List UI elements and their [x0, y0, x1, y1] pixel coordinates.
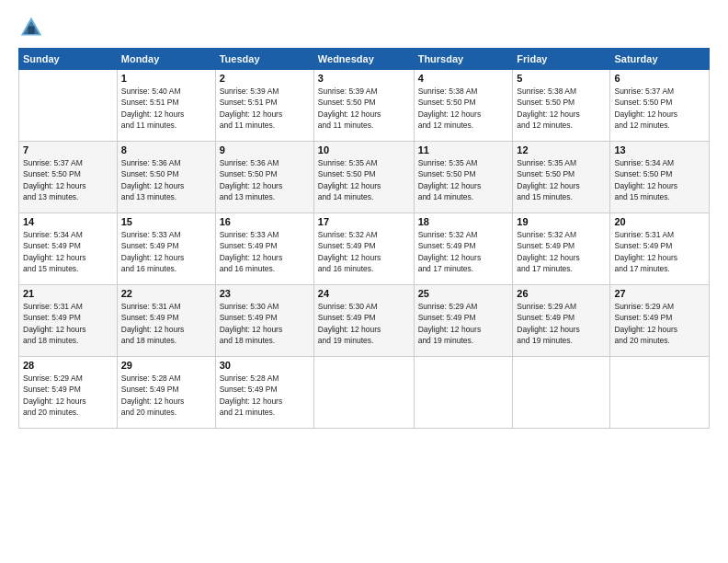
calendar-cell: 23Sunrise: 5:30 AMSunset: 5:49 PMDayligh… — [215, 285, 313, 357]
calendar-week-3: 14Sunrise: 5:34 AMSunset: 5:49 PMDayligh… — [19, 213, 710, 285]
svg-rect-3 — [28, 27, 35, 34]
day-number: 23 — [220, 288, 310, 299]
day-number: 18 — [418, 216, 509, 227]
day-info: Sunrise: 5:36 AMSunset: 5:50 PMDaylight:… — [220, 157, 310, 202]
day-info: Sunrise: 5:39 AMSunset: 5:51 PMDaylight:… — [220, 86, 310, 131]
day-number: 25 — [418, 288, 509, 299]
calendar-week-2: 7Sunrise: 5:37 AMSunset: 5:50 PMDaylight… — [19, 142, 710, 213]
day-number: 11 — [418, 144, 509, 155]
day-number: 2 — [220, 73, 310, 84]
day-info: Sunrise: 5:35 AMSunset: 5:50 PMDaylight:… — [517, 157, 606, 202]
weekday-header-saturday: Saturday — [610, 49, 710, 70]
calendar-cell: 17Sunrise: 5:32 AMSunset: 5:49 PMDayligh… — [313, 213, 414, 285]
calendar-cell: 18Sunrise: 5:32 AMSunset: 5:49 PMDayligh… — [414, 213, 513, 285]
day-info: Sunrise: 5:35 AMSunset: 5:50 PMDaylight:… — [418, 157, 509, 202]
day-info: Sunrise: 5:31 AMSunset: 5:49 PMDaylight:… — [23, 301, 113, 346]
day-info: Sunrise: 5:38 AMSunset: 5:50 PMDaylight:… — [418, 86, 509, 131]
day-number: 30 — [220, 360, 310, 371]
calendar-cell: 14Sunrise: 5:34 AMSunset: 5:49 PMDayligh… — [19, 213, 118, 285]
day-info: Sunrise: 5:29 AMSunset: 5:49 PMDaylight:… — [23, 373, 113, 418]
day-number: 6 — [614, 73, 705, 84]
calendar-cell: 12Sunrise: 5:35 AMSunset: 5:50 PMDayligh… — [513, 142, 610, 213]
calendar-cell: 6Sunrise: 5:37 AMSunset: 5:50 PMDaylight… — [610, 70, 710, 142]
day-info: Sunrise: 5:37 AMSunset: 5:50 PMDaylight:… — [23, 157, 113, 202]
calendar-week-5: 28Sunrise: 5:29 AMSunset: 5:49 PMDayligh… — [19, 357, 710, 429]
weekday-header-row: SundayMondayTuesdayWednesdayThursdayFrid… — [19, 49, 710, 70]
calendar-cell: 27Sunrise: 5:29 AMSunset: 5:49 PMDayligh… — [610, 285, 710, 357]
day-number: 12 — [517, 144, 606, 155]
day-info: Sunrise: 5:29 AMSunset: 5:49 PMDaylight:… — [418, 301, 509, 346]
day-number: 29 — [121, 360, 211, 371]
day-number: 19 — [517, 216, 606, 227]
day-number: 10 — [318, 144, 410, 155]
day-info: Sunrise: 5:35 AMSunset: 5:50 PMDaylight:… — [318, 157, 410, 202]
day-number: 13 — [614, 144, 705, 155]
weekday-header-wednesday: Wednesday — [313, 49, 414, 70]
day-info: Sunrise: 5:34 AMSunset: 5:50 PMDaylight:… — [614, 157, 705, 202]
day-info: Sunrise: 5:37 AMSunset: 5:50 PMDaylight:… — [614, 86, 705, 131]
day-info: Sunrise: 5:32 AMSunset: 5:49 PMDaylight:… — [318, 229, 410, 274]
calendar-week-4: 21Sunrise: 5:31 AMSunset: 5:49 PMDayligh… — [19, 285, 710, 357]
calendar-cell: 10Sunrise: 5:35 AMSunset: 5:50 PMDayligh… — [313, 142, 414, 213]
day-number: 15 — [121, 216, 211, 227]
day-number: 28 — [23, 360, 113, 371]
calendar-cell: 30Sunrise: 5:28 AMSunset: 5:49 PMDayligh… — [215, 357, 313, 429]
calendar-cell: 22Sunrise: 5:31 AMSunset: 5:49 PMDayligh… — [117, 285, 215, 357]
calendar-cell: 7Sunrise: 5:37 AMSunset: 5:50 PMDaylight… — [19, 142, 118, 213]
calendar-cell: 19Sunrise: 5:32 AMSunset: 5:49 PMDayligh… — [513, 213, 610, 285]
calendar-cell: 9Sunrise: 5:36 AMSunset: 5:50 PMDaylight… — [215, 142, 313, 213]
header — [18, 15, 710, 40]
calendar-cell: 13Sunrise: 5:34 AMSunset: 5:50 PMDayligh… — [610, 142, 710, 213]
logo-icon — [18, 15, 44, 40]
calendar-cell: 4Sunrise: 5:38 AMSunset: 5:50 PMDaylight… — [414, 70, 513, 142]
day-number: 3 — [318, 73, 410, 84]
calendar-week-1: 1Sunrise: 5:40 AMSunset: 5:51 PMDaylight… — [19, 70, 710, 142]
day-number: 9 — [220, 144, 310, 155]
weekday-header-sunday: Sunday — [19, 49, 118, 70]
calendar-cell: 24Sunrise: 5:30 AMSunset: 5:49 PMDayligh… — [313, 285, 414, 357]
day-info: Sunrise: 5:33 AMSunset: 5:49 PMDaylight:… — [220, 229, 310, 274]
calendar-cell: 20Sunrise: 5:31 AMSunset: 5:49 PMDayligh… — [610, 213, 710, 285]
day-number: 16 — [220, 216, 310, 227]
calendar-cell: 26Sunrise: 5:29 AMSunset: 5:49 PMDayligh… — [513, 285, 610, 357]
calendar-cell: 8Sunrise: 5:36 AMSunset: 5:50 PMDaylight… — [117, 142, 215, 213]
calendar-cell — [313, 357, 414, 429]
day-info: Sunrise: 5:28 AMSunset: 5:49 PMDaylight:… — [220, 373, 310, 418]
day-info: Sunrise: 5:31 AMSunset: 5:49 PMDaylight:… — [121, 301, 211, 346]
day-info: Sunrise: 5:30 AMSunset: 5:49 PMDaylight:… — [220, 301, 310, 346]
page: SundayMondayTuesdayWednesdayThursdayFrid… — [0, 0, 728, 563]
day-info: Sunrise: 5:40 AMSunset: 5:51 PMDaylight:… — [121, 86, 211, 131]
calendar-cell: 25Sunrise: 5:29 AMSunset: 5:49 PMDayligh… — [414, 285, 513, 357]
day-number: 7 — [23, 144, 113, 155]
day-number: 17 — [318, 216, 410, 227]
calendar-cell: 2Sunrise: 5:39 AMSunset: 5:51 PMDaylight… — [215, 70, 313, 142]
day-number: 5 — [517, 73, 606, 84]
calendar-cell — [19, 70, 118, 142]
calendar-cell: 15Sunrise: 5:33 AMSunset: 5:49 PMDayligh… — [117, 213, 215, 285]
day-number: 4 — [418, 73, 509, 84]
calendar-cell: 11Sunrise: 5:35 AMSunset: 5:50 PMDayligh… — [414, 142, 513, 213]
day-info: Sunrise: 5:39 AMSunset: 5:50 PMDaylight:… — [318, 86, 410, 131]
day-number: 22 — [121, 288, 211, 299]
day-number: 26 — [517, 288, 606, 299]
day-info: Sunrise: 5:38 AMSunset: 5:50 PMDaylight:… — [517, 86, 606, 131]
day-number: 24 — [318, 288, 410, 299]
day-info: Sunrise: 5:36 AMSunset: 5:50 PMDaylight:… — [121, 157, 211, 202]
calendar-cell: 21Sunrise: 5:31 AMSunset: 5:49 PMDayligh… — [19, 285, 118, 357]
day-info: Sunrise: 5:30 AMSunset: 5:49 PMDaylight:… — [318, 301, 410, 346]
day-number: 20 — [614, 216, 705, 227]
calendar-cell: 3Sunrise: 5:39 AMSunset: 5:50 PMDaylight… — [313, 70, 414, 142]
weekday-header-thursday: Thursday — [414, 49, 513, 70]
day-number: 14 — [23, 216, 113, 227]
calendar-table: SundayMondayTuesdayWednesdayThursdayFrid… — [18, 48, 710, 429]
calendar-cell — [610, 357, 710, 429]
calendar-cell: 1Sunrise: 5:40 AMSunset: 5:51 PMDaylight… — [117, 70, 215, 142]
calendar-cell: 28Sunrise: 5:29 AMSunset: 5:49 PMDayligh… — [19, 357, 118, 429]
calendar-cell: 29Sunrise: 5:28 AMSunset: 5:49 PMDayligh… — [117, 357, 215, 429]
day-number: 1 — [121, 73, 211, 84]
calendar-cell: 5Sunrise: 5:38 AMSunset: 5:50 PMDaylight… — [513, 70, 610, 142]
calendar-body: 1Sunrise: 5:40 AMSunset: 5:51 PMDaylight… — [19, 70, 710, 429]
day-info: Sunrise: 5:31 AMSunset: 5:49 PMDaylight:… — [614, 229, 705, 274]
logo — [18, 15, 48, 40]
day-info: Sunrise: 5:34 AMSunset: 5:49 PMDaylight:… — [23, 229, 113, 274]
